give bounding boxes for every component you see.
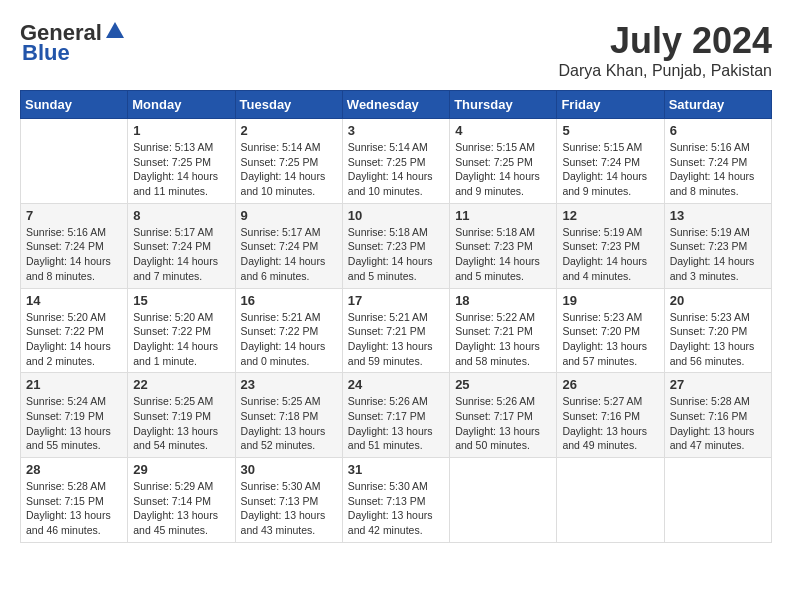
day-number: 17 <box>348 293 444 308</box>
day-number: 20 <box>670 293 766 308</box>
day-info: Sunrise: 5:30 AMSunset: 7:13 PMDaylight:… <box>348 479 444 538</box>
day-number: 10 <box>348 208 444 223</box>
day-info: Sunrise: 5:26 AMSunset: 7:17 PMDaylight:… <box>455 394 551 453</box>
calendar-cell: 20Sunrise: 5:23 AMSunset: 7:20 PMDayligh… <box>664 288 771 373</box>
day-number: 5 <box>562 123 658 138</box>
day-number: 14 <box>26 293 122 308</box>
week-row-3: 14Sunrise: 5:20 AMSunset: 7:22 PMDayligh… <box>21 288 772 373</box>
calendar-cell: 22Sunrise: 5:25 AMSunset: 7:19 PMDayligh… <box>128 373 235 458</box>
calendar-cell: 23Sunrise: 5:25 AMSunset: 7:18 PMDayligh… <box>235 373 342 458</box>
day-info: Sunrise: 5:16 AMSunset: 7:24 PMDaylight:… <box>670 140 766 199</box>
calendar-cell: 16Sunrise: 5:21 AMSunset: 7:22 PMDayligh… <box>235 288 342 373</box>
day-number: 9 <box>241 208 337 223</box>
calendar-cell: 27Sunrise: 5:28 AMSunset: 7:16 PMDayligh… <box>664 373 771 458</box>
day-number: 26 <box>562 377 658 392</box>
day-info: Sunrise: 5:25 AMSunset: 7:19 PMDaylight:… <box>133 394 229 453</box>
calendar-cell: 15Sunrise: 5:20 AMSunset: 7:22 PMDayligh… <box>128 288 235 373</box>
day-info: Sunrise: 5:28 AMSunset: 7:16 PMDaylight:… <box>670 394 766 453</box>
day-info: Sunrise: 5:27 AMSunset: 7:16 PMDaylight:… <box>562 394 658 453</box>
calendar-cell: 17Sunrise: 5:21 AMSunset: 7:21 PMDayligh… <box>342 288 449 373</box>
calendar-cell: 4Sunrise: 5:15 AMSunset: 7:25 PMDaylight… <box>450 119 557 204</box>
day-number: 24 <box>348 377 444 392</box>
calendar-cell: 29Sunrise: 5:29 AMSunset: 7:14 PMDayligh… <box>128 458 235 543</box>
day-number: 29 <box>133 462 229 477</box>
week-row-1: 1Sunrise: 5:13 AMSunset: 7:25 PMDaylight… <box>21 119 772 204</box>
logo: General Blue <box>20 20 126 66</box>
day-number: 15 <box>133 293 229 308</box>
day-number: 22 <box>133 377 229 392</box>
day-number: 16 <box>241 293 337 308</box>
calendar-cell: 10Sunrise: 5:18 AMSunset: 7:23 PMDayligh… <box>342 203 449 288</box>
day-info: Sunrise: 5:19 AMSunset: 7:23 PMDaylight:… <box>562 225 658 284</box>
calendar-cell: 24Sunrise: 5:26 AMSunset: 7:17 PMDayligh… <box>342 373 449 458</box>
calendar-cell: 30Sunrise: 5:30 AMSunset: 7:13 PMDayligh… <box>235 458 342 543</box>
header-cell-wednesday: Wednesday <box>342 91 449 119</box>
day-info: Sunrise: 5:21 AMSunset: 7:21 PMDaylight:… <box>348 310 444 369</box>
day-info: Sunrise: 5:25 AMSunset: 7:18 PMDaylight:… <box>241 394 337 453</box>
calendar-cell: 6Sunrise: 5:16 AMSunset: 7:24 PMDaylight… <box>664 119 771 204</box>
day-info: Sunrise: 5:17 AMSunset: 7:24 PMDaylight:… <box>241 225 337 284</box>
day-info: Sunrise: 5:14 AMSunset: 7:25 PMDaylight:… <box>241 140 337 199</box>
calendar-cell: 21Sunrise: 5:24 AMSunset: 7:19 PMDayligh… <box>21 373 128 458</box>
calendar-cell: 26Sunrise: 5:27 AMSunset: 7:16 PMDayligh… <box>557 373 664 458</box>
header-cell-thursday: Thursday <box>450 91 557 119</box>
day-info: Sunrise: 5:20 AMSunset: 7:22 PMDaylight:… <box>26 310 122 369</box>
day-info: Sunrise: 5:15 AMSunset: 7:24 PMDaylight:… <box>562 140 658 199</box>
location-title: Darya Khan, Punjab, Pakistan <box>559 62 772 80</box>
calendar-cell <box>557 458 664 543</box>
title-section: July 2024 Darya Khan, Punjab, Pakistan <box>559 20 772 80</box>
day-info: Sunrise: 5:19 AMSunset: 7:23 PMDaylight:… <box>670 225 766 284</box>
calendar-cell: 7Sunrise: 5:16 AMSunset: 7:24 PMDaylight… <box>21 203 128 288</box>
day-info: Sunrise: 5:18 AMSunset: 7:23 PMDaylight:… <box>455 225 551 284</box>
day-info: Sunrise: 5:29 AMSunset: 7:14 PMDaylight:… <box>133 479 229 538</box>
day-number: 11 <box>455 208 551 223</box>
day-number: 7 <box>26 208 122 223</box>
day-info: Sunrise: 5:22 AMSunset: 7:21 PMDaylight:… <box>455 310 551 369</box>
day-number: 1 <box>133 123 229 138</box>
calendar-table: SundayMondayTuesdayWednesdayThursdayFrid… <box>20 90 772 543</box>
calendar-cell: 12Sunrise: 5:19 AMSunset: 7:23 PMDayligh… <box>557 203 664 288</box>
day-number: 19 <box>562 293 658 308</box>
calendar-cell: 19Sunrise: 5:23 AMSunset: 7:20 PMDayligh… <box>557 288 664 373</box>
calendar-cell: 14Sunrise: 5:20 AMSunset: 7:22 PMDayligh… <box>21 288 128 373</box>
day-info: Sunrise: 5:14 AMSunset: 7:25 PMDaylight:… <box>348 140 444 199</box>
calendar-cell: 13Sunrise: 5:19 AMSunset: 7:23 PMDayligh… <box>664 203 771 288</box>
day-info: Sunrise: 5:18 AMSunset: 7:23 PMDaylight:… <box>348 225 444 284</box>
calendar-cell <box>450 458 557 543</box>
day-number: 30 <box>241 462 337 477</box>
day-number: 6 <box>670 123 766 138</box>
day-number: 23 <box>241 377 337 392</box>
day-number: 12 <box>562 208 658 223</box>
header: General Blue July 2024 Darya Khan, Punja… <box>20 20 772 80</box>
week-row-2: 7Sunrise: 5:16 AMSunset: 7:24 PMDaylight… <box>21 203 772 288</box>
day-info: Sunrise: 5:21 AMSunset: 7:22 PMDaylight:… <box>241 310 337 369</box>
day-number: 13 <box>670 208 766 223</box>
day-info: Sunrise: 5:28 AMSunset: 7:15 PMDaylight:… <box>26 479 122 538</box>
week-row-4: 21Sunrise: 5:24 AMSunset: 7:19 PMDayligh… <box>21 373 772 458</box>
day-info: Sunrise: 5:23 AMSunset: 7:20 PMDaylight:… <box>670 310 766 369</box>
day-number: 27 <box>670 377 766 392</box>
month-title: July 2024 <box>559 20 772 62</box>
header-cell-saturday: Saturday <box>664 91 771 119</box>
day-info: Sunrise: 5:17 AMSunset: 7:24 PMDaylight:… <box>133 225 229 284</box>
calendar-cell: 18Sunrise: 5:22 AMSunset: 7:21 PMDayligh… <box>450 288 557 373</box>
day-number: 31 <box>348 462 444 477</box>
week-row-5: 28Sunrise: 5:28 AMSunset: 7:15 PMDayligh… <box>21 458 772 543</box>
calendar-cell: 1Sunrise: 5:13 AMSunset: 7:25 PMDaylight… <box>128 119 235 204</box>
calendar-cell: 25Sunrise: 5:26 AMSunset: 7:17 PMDayligh… <box>450 373 557 458</box>
calendar-cell: 11Sunrise: 5:18 AMSunset: 7:23 PMDayligh… <box>450 203 557 288</box>
calendar-cell: 2Sunrise: 5:14 AMSunset: 7:25 PMDaylight… <box>235 119 342 204</box>
logo-blue: Blue <box>22 40 70 66</box>
day-info: Sunrise: 5:30 AMSunset: 7:13 PMDaylight:… <box>241 479 337 538</box>
svg-marker-0 <box>106 22 124 38</box>
calendar-cell: 5Sunrise: 5:15 AMSunset: 7:24 PMDaylight… <box>557 119 664 204</box>
calendar-body: 1Sunrise: 5:13 AMSunset: 7:25 PMDaylight… <box>21 119 772 543</box>
header-cell-sunday: Sunday <box>21 91 128 119</box>
day-info: Sunrise: 5:20 AMSunset: 7:22 PMDaylight:… <box>133 310 229 369</box>
day-number: 28 <box>26 462 122 477</box>
calendar-cell <box>664 458 771 543</box>
header-cell-friday: Friday <box>557 91 664 119</box>
calendar-header-row: SundayMondayTuesdayWednesdayThursdayFrid… <box>21 91 772 119</box>
header-cell-monday: Monday <box>128 91 235 119</box>
day-number: 3 <box>348 123 444 138</box>
